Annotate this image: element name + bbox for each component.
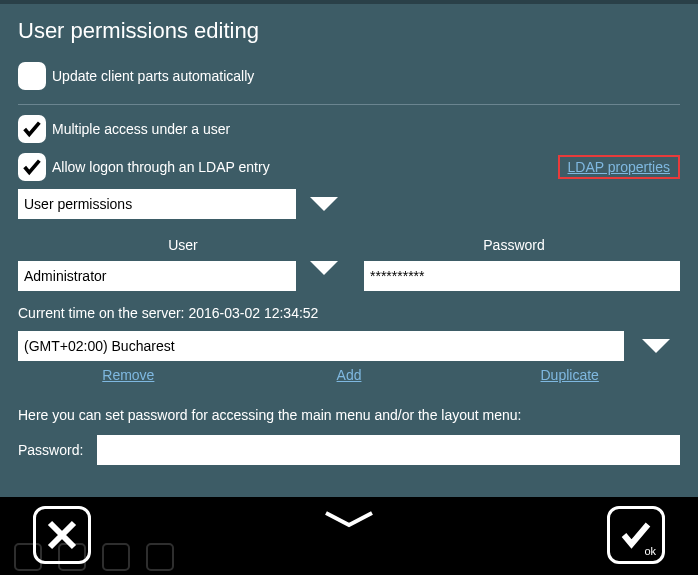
password-hint-text: Here you can set password for accessing … — [18, 407, 680, 423]
main-password-label: Password: — [18, 442, 83, 458]
main-password-input[interactable] — [97, 435, 680, 465]
bottom-bar: ok — [0, 497, 698, 575]
timezone-row — [18, 331, 680, 361]
timezone-dropdown-arrow[interactable] — [642, 339, 670, 353]
user-dropdown-arrow[interactable] — [310, 261, 338, 291]
column-header-user: User — [18, 237, 348, 253]
permissions-dropdown-row — [18, 189, 680, 219]
user-input[interactable] — [18, 261, 296, 291]
content-area: Update client parts automatically Multip… — [0, 62, 698, 465]
ldap-properties-link[interactable]: LDAP properties — [568, 159, 670, 175]
checkbox-row-update-auto: Update client parts automatically — [18, 62, 680, 90]
add-link[interactable]: Add — [337, 367, 362, 383]
permissions-dropdown-arrow[interactable] — [310, 197, 338, 211]
checkbox-multiple-access[interactable] — [18, 115, 46, 143]
check-icon — [21, 118, 43, 140]
ok-button-label: ok — [644, 545, 656, 557]
checkbox-label-allow-ldap: Allow logon through an LDAP entry — [52, 159, 270, 175]
chevron-down-icon — [310, 197, 338, 211]
ok-button[interactable]: ok — [607, 506, 665, 564]
password-input[interactable] — [364, 261, 680, 291]
ldap-row: Allow logon through an LDAP entry LDAP p… — [18, 153, 680, 181]
timezone-select[interactable] — [18, 331, 624, 361]
action-links-row: Remove Add Duplicate — [18, 367, 680, 383]
chevron-down-icon — [642, 339, 670, 353]
cancel-button[interactable] — [33, 506, 91, 564]
checkbox-update-auto[interactable] — [18, 62, 46, 90]
table-header: User Password — [18, 237, 680, 253]
main-password-row: Password: — [18, 435, 680, 465]
column-header-password: Password — [348, 237, 680, 253]
close-icon — [44, 517, 80, 553]
check-icon — [21, 156, 43, 178]
permissions-select[interactable] — [18, 189, 296, 219]
footer-icon-4 — [146, 543, 174, 571]
checkbox-label-multiple-access: Multiple access under a user — [52, 121, 230, 137]
chevron-wide-down-icon — [324, 511, 374, 531]
checkbox-row-multiple-access: Multiple access under a user — [18, 115, 680, 143]
checkbox-allow-ldap[interactable] — [18, 153, 46, 181]
footer-icon-3 — [102, 543, 130, 571]
server-time-label: Current time on the server: 2016-03-02 1… — [18, 305, 680, 321]
chevron-down-icon — [310, 261, 338, 275]
page-title: User permissions editing — [0, 4, 698, 62]
user-password-row — [18, 261, 680, 291]
remove-link[interactable]: Remove — [102, 367, 154, 383]
checkbox-label-update-auto: Update client parts automatically — [52, 68, 254, 84]
scroll-down-indicator[interactable] — [324, 511, 374, 534]
ldap-highlight-box: LDAP properties — [558, 155, 680, 179]
divider — [18, 104, 680, 105]
duplicate-link[interactable]: Duplicate — [540, 367, 598, 383]
